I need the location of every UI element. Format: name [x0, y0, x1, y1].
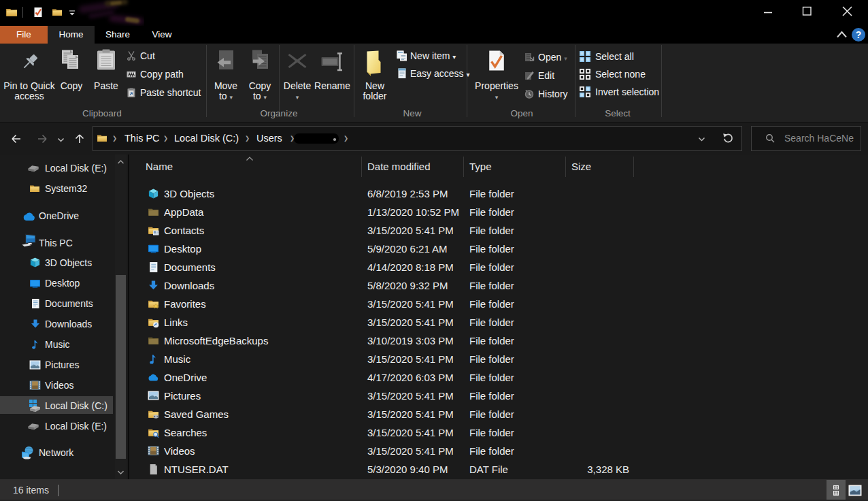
svg-text:?: ?	[856, 29, 862, 40]
